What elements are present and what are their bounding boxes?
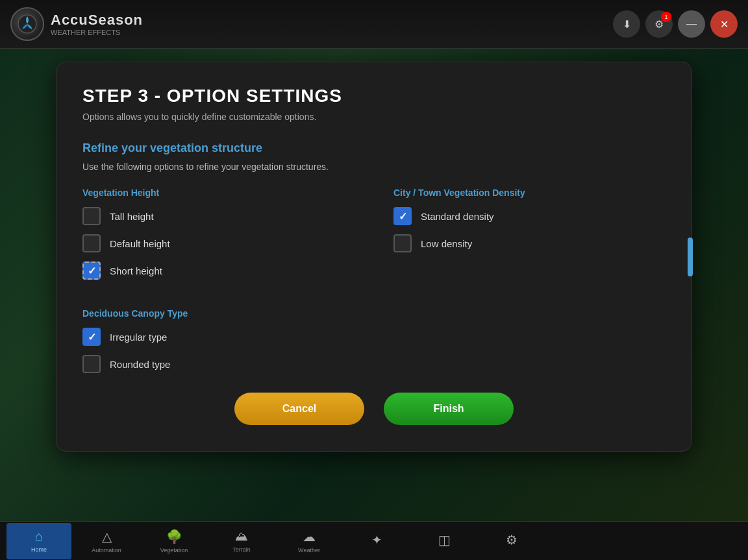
irregular-type-checkmark: ✓ <box>88 331 96 343</box>
dialog: STEP 3 - OPTION SETTINGS Options allows … <box>56 62 692 452</box>
vegetation-height-group: Vegetation Height Tall height Default he… <box>82 188 355 289</box>
short-height-item[interactable]: ✓ Short height <box>82 262 355 280</box>
taskbar-item-vegetation[interactable]: 🌳 Vegetation <box>142 523 206 559</box>
section-heading: Refine your vegetation structure <box>82 141 666 155</box>
tall-height-checkbox[interactable] <box>82 207 101 225</box>
default-height-item[interactable]: Default height <box>82 234 355 252</box>
options-grid: Vegetation Height Tall height Default he… <box>82 188 666 289</box>
logo-sub: WEATHER EFFECTS <box>51 29 143 36</box>
dialog-subtitle: Options allows you to quickly define cus… <box>82 112 666 122</box>
standard-density-label: Standard density <box>421 211 494 222</box>
vegetation-icon: 🌳 <box>166 529 182 544</box>
effects-icon: ✦ <box>371 532 382 548</box>
taskbar-item-automation[interactable]: △ Automation <box>74 523 139 559</box>
taskbar-vegetation-label: Vegetation <box>160 547 188 554</box>
weather-icon: ☁ <box>303 529 316 544</box>
notifications-button[interactable]: ⚙ 1 <box>645 10 673 38</box>
rounded-type-label: Rounded type <box>110 359 170 370</box>
irregular-type-checkbox[interactable]: ✓ <box>82 328 101 346</box>
standard-density-checkbox[interactable]: ✓ <box>393 207 412 225</box>
low-density-item[interactable]: Low density <box>393 234 666 252</box>
tall-height-label: Tall height <box>110 211 154 222</box>
misc-icon: ◫ <box>438 532 451 548</box>
download-button[interactable]: ⬇ <box>613 10 640 38</box>
short-height-label: Short height <box>110 265 162 276</box>
standard-density-item[interactable]: ✓ Standard density <box>393 207 666 225</box>
taskbar-weather-label: Weather <box>298 547 320 554</box>
default-height-checkbox[interactable] <box>82 234 101 252</box>
taskbar: ⌂ Home △ Automation 🌳 Vegetation ⛰ Terra… <box>0 521 748 560</box>
top-bar: AccuSeason WEATHER EFFECTS ⬇ ⚙ 1 — ✕ <box>0 0 748 49</box>
logo-area: AccuSeason WEATHER EFFECTS <box>10 7 613 41</box>
rounded-type-item[interactable]: Rounded type <box>82 355 666 373</box>
taskbar-item-misc[interactable]: ◫ <box>412 523 477 559</box>
rounded-type-checkbox[interactable] <box>82 355 101 373</box>
main-area: STEP 3 - OPTION SETTINGS Options allows … <box>0 49 748 521</box>
download-icon: ⬇ <box>623 18 631 30</box>
right-handle <box>688 237 693 276</box>
cancel-button[interactable]: Cancel <box>234 393 364 425</box>
low-density-label: Low density <box>421 238 472 249</box>
canopy-type-group: Deciduous Canopy Type ✓ Irregular type R… <box>82 308 666 373</box>
city-density-title: City / Town Vegetation Density <box>393 188 666 198</box>
vegetation-height-title: Vegetation Height <box>82 188 355 198</box>
close-icon: ✕ <box>720 18 729 30</box>
home-icon: ⌂ <box>35 529 43 544</box>
irregular-type-label: Irregular type <box>110 332 167 343</box>
taskbar-item-terrain[interactable]: ⛰ Terrain <box>209 523 274 559</box>
section-desc: Use the following options to refine your… <box>82 162 666 172</box>
automation-icon: △ <box>102 529 112 544</box>
short-height-checkbox[interactable]: ✓ <box>82 262 101 280</box>
top-controls: ⬇ ⚙ 1 — ✕ <box>613 10 738 38</box>
taskbar-home-label: Home <box>31 546 47 553</box>
config-icon: ⚙ <box>506 532 517 548</box>
taskbar-item-weather[interactable]: ☁ Weather <box>277 523 342 559</box>
default-height-label: Default height <box>110 238 170 249</box>
logo-name: AccuSeason <box>51 12 143 28</box>
logo-icon <box>10 7 44 41</box>
logo-text-block: AccuSeason WEATHER EFFECTS <box>51 12 143 36</box>
taskbar-item-config[interactable]: ⚙ <box>479 523 544 559</box>
canopy-type-title: Deciduous Canopy Type <box>82 308 666 319</box>
dialog-title: STEP 3 - OPTION SETTINGS <box>82 86 666 106</box>
tall-height-item[interactable]: Tall height <box>82 207 355 225</box>
terrain-icon: ⛰ <box>235 529 248 544</box>
taskbar-item-effects[interactable]: ✦ <box>344 523 409 559</box>
minimize-button[interactable]: — <box>678 10 705 38</box>
button-row: Cancel Finish <box>82 393 666 425</box>
city-density-group: City / Town Vegetation Density ✓ Standar… <box>393 188 666 289</box>
taskbar-automation-label: Automation <box>92 547 121 554</box>
notification-badge: 1 <box>661 12 671 22</box>
taskbar-terrain-label: Terrain <box>232 546 251 553</box>
standard-density-checkmark: ✓ <box>399 210 407 223</box>
taskbar-item-home[interactable]: ⌂ Home <box>6 523 71 559</box>
close-button[interactable]: ✕ <box>710 10 738 38</box>
short-height-checkmark: ✓ <box>88 265 96 277</box>
minimize-icon: — <box>686 18 697 30</box>
irregular-type-item[interactable]: ✓ Irregular type <box>82 328 666 346</box>
low-density-checkbox[interactable] <box>393 234 412 252</box>
finish-button[interactable]: Finish <box>384 393 514 425</box>
